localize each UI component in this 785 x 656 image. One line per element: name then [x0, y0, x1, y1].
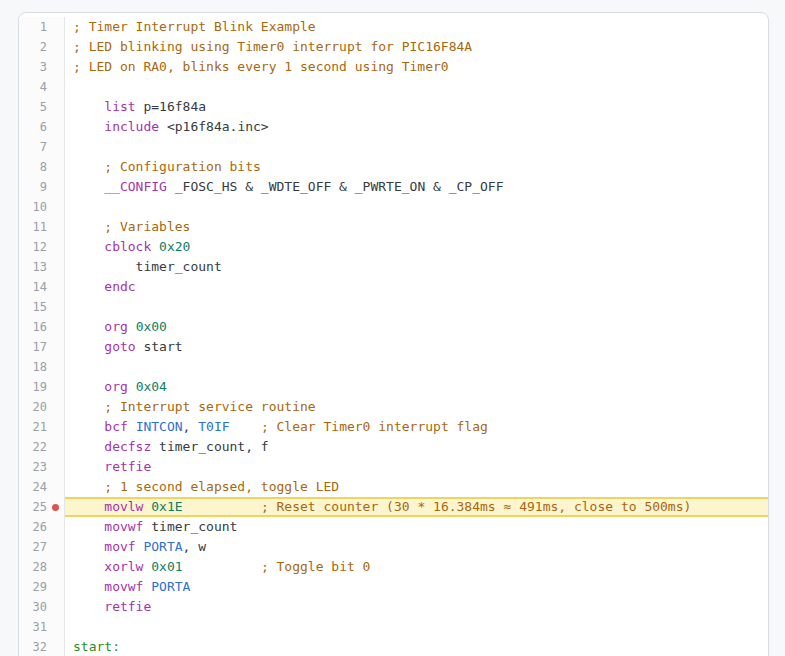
breakpoint-gutter-cell[interactable] — [47, 517, 64, 537]
code-line-text[interactable]: ; Interrupt service routine — [65, 397, 768, 417]
breakpoint-gutter-cell[interactable] — [47, 377, 64, 397]
code-token-num: 0x1E — [151, 499, 182, 514]
code-line-text[interactable] — [65, 77, 768, 97]
code-line-text[interactable] — [65, 297, 768, 317]
code-line-text[interactable]: list p=16f84a — [65, 97, 768, 117]
line-number[interactable]: 29 — [19, 577, 47, 597]
code-line-text[interactable]: include <p16f84a.inc> — [65, 117, 768, 137]
code-line-text[interactable]: retfie — [65, 597, 768, 617]
line-number[interactable]: 7 — [19, 137, 47, 157]
line-number[interactable]: 14 — [19, 277, 47, 297]
line-number[interactable]: 23 — [19, 457, 47, 477]
line-number[interactable]: 12 — [19, 237, 47, 257]
line-number[interactable]: 18 — [19, 357, 47, 377]
line-number[interactable]: 8 — [19, 157, 47, 177]
breakpoint-gutter-cell[interactable] — [47, 277, 64, 297]
code-line-text[interactable]: ; Timer Interrupt Blink Example — [65, 17, 768, 37]
breakpoint-gutter-cell[interactable] — [47, 497, 64, 517]
code-line-text[interactable]: movwf timer_count — [65, 517, 768, 537]
line-number[interactable]: 21 — [19, 417, 47, 437]
breakpoint-gutter-cell[interactable] — [47, 217, 64, 237]
code-line-text[interactable]: movwf PORTA — [65, 577, 768, 597]
line-number[interactable]: 20 — [19, 397, 47, 417]
line-number[interactable]: 24 — [19, 477, 47, 497]
breakpoint-dot-icon[interactable] — [52, 504, 59, 511]
breakpoint-gutter-cell[interactable] — [47, 417, 64, 437]
code-line-text[interactable] — [65, 617, 768, 637]
line-number[interactable]: 25 — [19, 497, 47, 517]
code-line-text[interactable]: timer_count — [65, 257, 768, 277]
code-line-text[interactable]: xorlw 0x01 ; Toggle bit 0 — [65, 557, 768, 577]
breakpoint-gutter-cell[interactable] — [47, 357, 64, 377]
code-line-text[interactable]: start: — [65, 637, 768, 656]
line-number[interactable]: 4 — [19, 77, 47, 97]
line-number[interactable]: 9 — [19, 177, 47, 197]
breakpoint-gutter-cell[interactable] — [47, 637, 64, 656]
breakpoint-gutter-cell[interactable] — [47, 117, 64, 137]
code-line-text[interactable]: ; Configuration bits — [65, 157, 768, 177]
breakpoint-gutter-cell[interactable] — [47, 597, 64, 617]
breakpoint-gutter-cell[interactable] — [47, 317, 64, 337]
line-number[interactable]: 19 — [19, 377, 47, 397]
line-number[interactable]: 16 — [19, 317, 47, 337]
code-line-text[interactable]: goto start — [65, 337, 768, 357]
code-line-text[interactable]: bcf INTCON, T0IF ; Clear Timer0 interrup… — [65, 417, 768, 437]
line-number[interactable]: 6 — [19, 117, 47, 137]
line-number[interactable]: 30 — [19, 597, 47, 617]
code-line-text[interactable] — [65, 197, 768, 217]
breakpoint-gutter-cell[interactable] — [47, 137, 64, 157]
breakpoint-gutter-cell[interactable] — [47, 257, 64, 277]
code-line-text[interactable]: ; 1 second elapsed, toggle LED — [65, 477, 768, 497]
code-line-text[interactable]: ; LED blinking using Timer0 interrupt fo… — [65, 37, 768, 57]
line-number[interactable]: 27 — [19, 537, 47, 557]
breakpoint-gutter-cell[interactable] — [47, 77, 64, 97]
code-token-txt — [73, 159, 104, 174]
breakpoint-gutter-cell[interactable] — [47, 297, 64, 317]
line-number[interactable]: 10 — [19, 197, 47, 217]
code-line-text[interactable]: org 0x04 — [65, 377, 768, 397]
code-line-text[interactable]: ; LED on RA0, blinks every 1 second usin… — [65, 57, 768, 77]
code-line-text[interactable]: endc — [65, 277, 768, 297]
code-line-text[interactable] — [65, 357, 768, 377]
line-number[interactable]: 2 — [19, 37, 47, 57]
breakpoint-gutter-cell[interactable] — [47, 337, 64, 357]
code-line-text[interactable]: org 0x00 — [65, 317, 768, 337]
code-line-text[interactable]: retfie — [65, 457, 768, 477]
breakpoint-gutter-cell[interactable] — [47, 17, 64, 37]
code-line-text[interactable]: movlw 0x1E ; Reset counter (30 * 16.384m… — [65, 497, 768, 517]
line-number[interactable]: 17 — [19, 337, 47, 357]
breakpoint-gutter-cell[interactable] — [47, 577, 64, 597]
breakpoint-gutter-cell[interactable] — [47, 157, 64, 177]
breakpoint-gutter-cell[interactable] — [47, 237, 64, 257]
breakpoint-gutter-cell[interactable] — [47, 397, 64, 417]
breakpoint-gutter-cell[interactable] — [47, 437, 64, 457]
line-number[interactable]: 31 — [19, 617, 47, 637]
line-number[interactable]: 11 — [19, 217, 47, 237]
code-line-text[interactable]: cblock 0x20 — [65, 237, 768, 257]
line-number[interactable]: 28 — [19, 557, 47, 577]
breakpoint-gutter-cell[interactable] — [47, 477, 64, 497]
code-token-kw: org — [104, 379, 127, 394]
line-number[interactable]: 13 — [19, 257, 47, 277]
breakpoint-gutter-cell[interactable] — [47, 537, 64, 557]
breakpoint-gutter-cell[interactable] — [47, 57, 64, 77]
breakpoint-gutter-cell[interactable] — [47, 457, 64, 477]
line-number[interactable]: 3 — [19, 57, 47, 77]
line-number[interactable]: 1 — [19, 17, 47, 37]
line-number[interactable]: 15 — [19, 297, 47, 317]
code-line-text[interactable]: decfsz timer_count, f — [65, 437, 768, 457]
breakpoint-gutter-cell[interactable] — [47, 617, 64, 637]
code-line-text[interactable]: __CONFIG _FOSC_HS & _WDTE_OFF & _PWRTE_O… — [65, 177, 768, 197]
code-line-text[interactable]: movf PORTA, w — [65, 537, 768, 557]
line-number[interactable]: 22 — [19, 437, 47, 457]
code-line-text[interactable] — [65, 137, 768, 157]
line-number[interactable]: 32 — [19, 637, 47, 656]
breakpoint-gutter-cell[interactable] — [47, 177, 64, 197]
breakpoint-gutter-cell[interactable] — [47, 557, 64, 577]
breakpoint-gutter-cell[interactable] — [47, 197, 64, 217]
code-line-text[interactable]: ; Variables — [65, 217, 768, 237]
line-number[interactable]: 5 — [19, 97, 47, 117]
breakpoint-gutter-cell[interactable] — [47, 37, 64, 57]
breakpoint-gutter-cell[interactable] — [47, 97, 64, 117]
line-number[interactable]: 26 — [19, 517, 47, 537]
